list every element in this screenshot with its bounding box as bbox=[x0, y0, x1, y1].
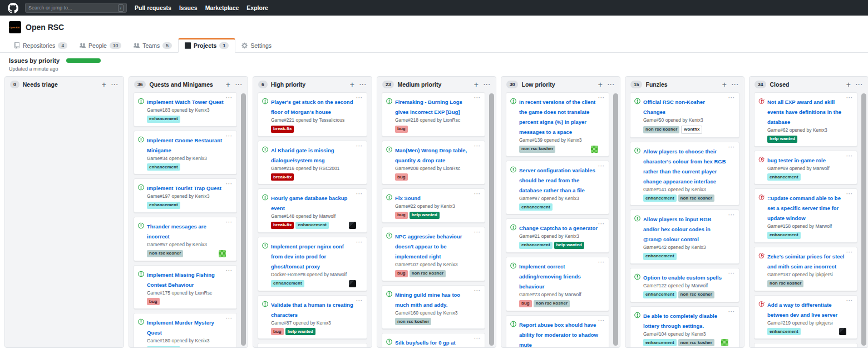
issue-title-link[interactable]: ::update command able to be set a specif… bbox=[767, 195, 841, 221]
issue-card[interactable]: Al Kharid gate is missing dialogue/syste… bbox=[258, 141, 367, 185]
add-card-button[interactable]: + bbox=[102, 82, 106, 87]
issue-card[interactable]: bug tester in-game roleGame#89 opened by… bbox=[754, 151, 857, 185]
card-menu-button[interactable]: ··· bbox=[226, 181, 233, 187]
issue-card[interactable]: Server configuration variables should be… bbox=[506, 161, 609, 215]
issue-title-link[interactable]: Implement proper nginx conf from dev int… bbox=[271, 243, 344, 270]
issue-title-link[interactable]: Server configuration variables should be… bbox=[519, 167, 595, 193]
card-menu-button[interactable]: ··· bbox=[226, 133, 233, 139]
search-input[interactable]: Search or jump to... / bbox=[25, 3, 127, 13]
issue-card[interactable]: Hourly game database backup eventGame#14… bbox=[258, 188, 367, 233]
issue-title-link[interactable]: Implement Murder Mystery Quest bbox=[147, 320, 214, 336]
add-card-button[interactable]: + bbox=[598, 82, 603, 87]
tab-people[interactable]: People10 bbox=[73, 39, 127, 52]
card-menu-button[interactable]: ··· bbox=[598, 95, 605, 101]
issue-card[interactable]: Implement Gnome Restaurant MinigameGame#… bbox=[134, 131, 237, 175]
issue-card[interactable]: Implement Missing Fishing Contest Behavi… bbox=[134, 265, 237, 310]
tab-projects[interactable]: Projects1 bbox=[178, 38, 235, 53]
issue-card[interactable]: Allow players to choose their character'… bbox=[630, 142, 739, 206]
issue-title-link[interactable]: Implement Tourist Trap Quest bbox=[147, 185, 221, 191]
issue-title-link[interactable]: NPC aggressive behaviour doesn't appear … bbox=[395, 233, 462, 260]
issue-card[interactable]: Fix SoundGame#22 opened by Kenix3bughelp… bbox=[382, 188, 485, 223]
card-menu-button[interactable]: ··· bbox=[846, 250, 853, 255]
issue-title-link[interactable]: Validate that a human is creating charac… bbox=[271, 302, 353, 318]
issue-card[interactable]: Not all EXP award and skill events have … bbox=[754, 92, 857, 147]
card-menu-button[interactable]: ··· bbox=[846, 191, 853, 197]
card-menu-button[interactable]: ··· bbox=[356, 191, 363, 197]
issue-title-link[interactable]: Official RSC non-Kosher Changes bbox=[643, 99, 705, 115]
issue-card[interactable]: Implement correct adding/removing friend… bbox=[506, 257, 609, 311]
issue-card[interactable]: Man(Men) Wrong Drop table, quantity & dr… bbox=[382, 141, 485, 185]
add-card-button[interactable]: + bbox=[846, 82, 851, 87]
issue-title-link[interactable]: Firemaking - Burning Logs gives incorrec… bbox=[395, 99, 462, 115]
add-card-button[interactable]: + bbox=[722, 82, 727, 87]
card-menu-button[interactable]: ··· bbox=[474, 336, 481, 341]
issue-title-link[interactable]: Mining guild mine has too much mith and … bbox=[395, 292, 460, 308]
card-menu-button[interactable]: ··· bbox=[356, 143, 363, 149]
issue-title-link[interactable]: Hourly game database backup event bbox=[271, 195, 347, 211]
issue-title-link[interactable]: Implement correct adding/removing friend… bbox=[519, 263, 581, 290]
column-scrollbar[interactable] bbox=[861, 93, 866, 346]
issue-card[interactable]: Change Captcha to a generatorGame#21 ope… bbox=[506, 218, 609, 253]
card-menu-button[interactable]: ··· bbox=[598, 163, 605, 169]
issue-card[interactable]: Report abuse box should have ability for… bbox=[506, 315, 609, 348]
card-menu-button[interactable]: ··· bbox=[598, 260, 605, 265]
column-menu-button[interactable]: ··· bbox=[111, 82, 119, 88]
card-menu-button[interactable]: ··· bbox=[728, 309, 735, 315]
tab-teams[interactable]: Teams5 bbox=[127, 39, 178, 52]
issue-card[interactable]: Add a way to differentiate between dev a… bbox=[754, 295, 857, 340]
issue-title-link[interactable]: Zeke's scimitar prices for steel and mit… bbox=[767, 253, 845, 270]
issue-title-link[interactable]: Al Kharid gate is missing dialogue/syste… bbox=[271, 147, 334, 163]
card-menu-button[interactable]: ··· bbox=[356, 298, 363, 303]
top-nav-issues[interactable]: Issues bbox=[179, 4, 198, 11]
card-menu-button[interactable]: ··· bbox=[846, 153, 853, 159]
card-menu-button[interactable]: ··· bbox=[728, 144, 735, 150]
card-menu-button[interactable]: ··· bbox=[474, 95, 481, 101]
issue-title-link[interactable]: Change Captcha to a generator bbox=[519, 225, 598, 231]
issue-title-link[interactable]: bug tester in-game role bbox=[767, 157, 826, 163]
top-nav-pull-requests[interactable]: Pull requests bbox=[135, 4, 171, 11]
issue-title-link[interactable]: Allow players to choose their character'… bbox=[643, 148, 726, 185]
issue-title-link[interactable]: Report abuse box should have ability for… bbox=[519, 322, 598, 348]
tab-settings[interactable]: Settings bbox=[235, 39, 278, 52]
card-menu-button[interactable]: ··· bbox=[226, 268, 233, 273]
issue-card[interactable]: Zeke's scimitar prices for steel and mit… bbox=[754, 247, 857, 291]
card-menu-button[interactable]: ··· bbox=[846, 298, 853, 303]
column-scrollbar[interactable] bbox=[613, 93, 618, 346]
issue-title-link[interactable]: Silk buy/sells for 0 gp at varrock cloth… bbox=[395, 340, 466, 347]
issue-card[interactable]: Implement Watch Tower QuestGame#183 open… bbox=[134, 92, 237, 127]
card-menu-button[interactable]: ··· bbox=[226, 220, 233, 225]
card-menu-button[interactable]: ··· bbox=[846, 95, 853, 101]
issue-title-link[interactable]: Implement Watch Tower Quest bbox=[147, 99, 224, 105]
issue-card[interactable]: Be able to completely disable lottery th… bbox=[630, 306, 739, 348]
issue-card[interactable]: NPC aggressive behaviour doesn't appear … bbox=[382, 227, 485, 281]
issue-card[interactable]: Implement Tourist Trap QuestGame#197 ope… bbox=[134, 178, 237, 213]
column-menu-button[interactable]: ··· bbox=[484, 82, 491, 88]
card-menu-button[interactable]: ··· bbox=[846, 346, 853, 347]
issue-title-link[interactable]: Implement Missing Fishing Contest Behavi… bbox=[147, 272, 215, 288]
column-menu-button[interactable]: ··· bbox=[856, 82, 863, 88]
issue-title-link[interactable]: Player's get stuck on the second floor o… bbox=[271, 99, 353, 115]
column-scrollbar[interactable] bbox=[489, 93, 494, 346]
card-menu-button[interactable]: ··· bbox=[474, 143, 481, 149]
github-logo[interactable] bbox=[8, 3, 18, 13]
card-menu-button[interactable]: ··· bbox=[728, 212, 735, 218]
card-menu-button[interactable]: ··· bbox=[226, 95, 233, 101]
issue-title-link[interactable]: Man(Men) Wrong Drop table, quantity & dr… bbox=[395, 147, 467, 163]
card-menu-button[interactable]: ··· bbox=[356, 95, 363, 101]
issue-card[interactable]: Thrander messages are incorrectGame#57 o… bbox=[134, 217, 237, 261]
issue-title-link[interactable]: Allow players to input RGB and/or hex co… bbox=[643, 216, 711, 242]
card-menu-button[interactable]: ··· bbox=[474, 288, 481, 293]
card-menu-button[interactable]: ··· bbox=[356, 240, 363, 245]
issue-card[interactable]: Validate that a human is creating charac… bbox=[258, 295, 367, 340]
top-nav-marketplace[interactable]: Marketplace bbox=[205, 4, 239, 11]
issue-card[interactable]: Rats (big and small) drop rat tails almo… bbox=[754, 343, 857, 347]
issue-card[interactable]: ::update command able to be set a specif… bbox=[754, 188, 857, 243]
issue-title-link[interactable]: Thrander messages are incorrect bbox=[147, 223, 206, 240]
card-menu-button[interactable]: ··· bbox=[728, 271, 735, 276]
issue-card[interactable]: Implement proper nginx conf from dev int… bbox=[258, 237, 367, 291]
issue-card[interactable]: Implement Murder Mystery QuestGame#180 o… bbox=[134, 313, 237, 347]
issue-title-link[interactable]: In recent versions of the client the gam… bbox=[519, 99, 595, 135]
org-name[interactable]: Open RSC bbox=[26, 23, 64, 32]
issue-card[interactable]: Allow players to input RGB and/or hex co… bbox=[630, 210, 739, 264]
column-scrollbar[interactable] bbox=[241, 93, 246, 346]
